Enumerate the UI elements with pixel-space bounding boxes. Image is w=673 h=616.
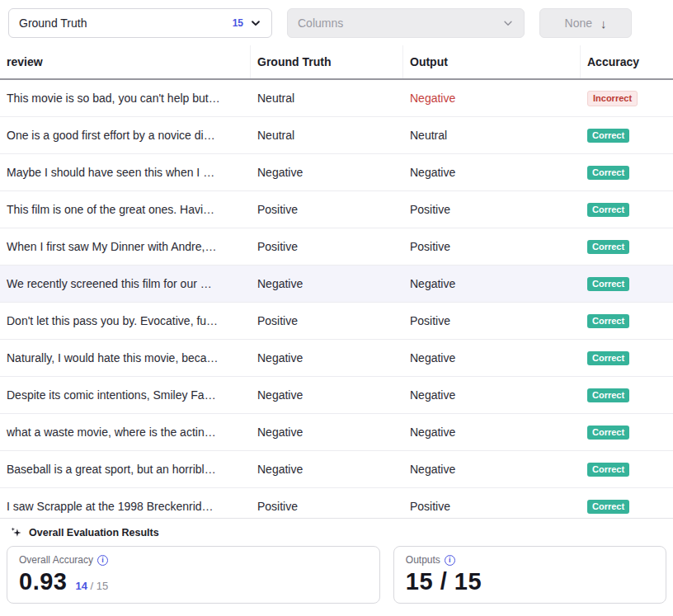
toolbar: Ground Truth 15 Columns None ↓ [0, 0, 673, 45]
ground-truth-cell: Negative [251, 351, 403, 364]
accuracy-cell: Correct [581, 128, 673, 143]
review-cell: Maybe I should have seen this when I … [0, 166, 251, 179]
output-cell: Negative [403, 92, 581, 105]
review-cell: Naturally, I would hate this movie, beca… [0, 351, 251, 364]
accuracy-badge: Correct [587, 426, 629, 440]
output-cell: Positive [403, 500, 581, 513]
overall-accuracy-fraction: 14 / 15 [75, 580, 108, 592]
outputs-value: 15 / 15 [406, 568, 482, 595]
footer-title-row: Overall Evaluation Results [0, 519, 673, 544]
ground-truth-cell: Positive [251, 203, 403, 216]
table-row[interactable]: Baseball is a great sport, but an horrib… [0, 451, 673, 488]
column-header-output[interactable]: Output [403, 45, 581, 78]
ground-truth-cell: Neutral [251, 129, 403, 142]
output-cell: Neutral [403, 129, 581, 142]
accuracy-badge: Correct [587, 351, 629, 365]
accuracy-cell: Correct [581, 462, 673, 477]
accuracy-cell: Incorrect [581, 91, 673, 106]
ground-truth-cell: Negative [251, 426, 403, 439]
output-cell: Negative [403, 351, 581, 364]
accuracy-denominator: / 15 [91, 580, 109, 592]
table-row[interactable]: Naturally, I would hate this movie, beca… [0, 340, 673, 377]
accuracy-badge: Correct [587, 463, 629, 477]
table-row[interactable]: Don't let this pass you by. Evocative, f… [0, 303, 673, 340]
accuracy-cell: Correct [581, 388, 673, 402]
arrow-down-icon: ↓ [600, 16, 607, 31]
info-icon[interactable]: i [445, 555, 455, 566]
ground-truth-cell: Negative [251, 166, 403, 179]
table-header-row: review Ground Truth Output Accuracy [0, 45, 673, 80]
summary-cards: Overall Accuracy i 0.93 14 / 15 Outputs … [0, 544, 673, 610]
review-cell: Despite its comic intentions, Smiley Fa… [0, 388, 251, 402]
table-row[interactable]: what a waste movie, where is the actin… … [0, 414, 673, 451]
accuracy-badge: Correct [587, 277, 629, 291]
overall-accuracy-card: Overall Accuracy i 0.93 14 / 15 [7, 546, 380, 604]
output-cell: Negative [403, 463, 581, 476]
overall-accuracy-value: 0.93 [19, 568, 67, 595]
output-cell: Negative [403, 277, 581, 290]
table-row[interactable]: One is a good first effort by a novice d… [0, 117, 673, 154]
chevron-down-icon [502, 17, 514, 29]
accuracy-badge: Correct [587, 166, 629, 180]
sort-button-label: None [565, 16, 592, 30]
review-cell: One is a good first effort by a novice d… [0, 129, 251, 142]
results-table: review Ground Truth Output Accuracy This… [0, 45, 673, 518]
review-cell: This film is one of the great ones. Havi… [0, 203, 251, 216]
accuracy-badge: Correct [587, 388, 629, 402]
ground-truth-dropdown[interactable]: Ground Truth 15 [8, 8, 272, 38]
outputs-label: Outputs [406, 554, 440, 566]
outputs-card: Outputs i 15 / 15 [393, 546, 666, 604]
table-row[interactable]: This film is one of the great ones. Havi… [0, 191, 673, 228]
table-row[interactable]: Despite its comic intentions, Smiley Fa…… [0, 377, 673, 414]
ground-truth-cell: Positive [251, 240, 403, 253]
overall-accuracy-label: Overall Accuracy [19, 554, 93, 566]
accuracy-badge: Incorrect [587, 91, 638, 106]
review-cell: We recently screened this film for our … [0, 277, 251, 290]
accuracy-cell: Correct [581, 202, 673, 217]
output-cell: Positive [403, 240, 581, 253]
accuracy-badge: Correct [587, 314, 629, 328]
accuracy-cell: Correct [581, 313, 673, 328]
accuracy-badge: Correct [587, 240, 629, 254]
accuracy-numerator: 14 [75, 580, 87, 592]
column-header-ground-truth[interactable]: Ground Truth [251, 45, 403, 78]
review-cell: Baseball is a great sport, but an horrib… [0, 463, 251, 476]
review-cell: This movie is so bad, you can't help but… [0, 92, 251, 105]
output-cell: Positive [403, 314, 581, 327]
table-row[interactable]: When I first saw My Dinner with Andre,… … [0, 228, 673, 266]
ground-truth-cell: Positive [251, 500, 403, 513]
table-row[interactable]: We recently screened this film for our …… [0, 266, 673, 303]
ground-truth-dropdown-label: Ground Truth [19, 16, 87, 30]
review-cell: I saw Scrapple at the 1998 Breckenrid… [0, 500, 251, 513]
columns-dropdown[interactable]: Columns [287, 8, 525, 38]
accuracy-cell: Correct [581, 276, 673, 291]
info-icon[interactable]: i [97, 555, 108, 566]
output-cell: Negative [403, 426, 581, 439]
column-header-accuracy[interactable]: Accuracy [581, 45, 673, 78]
accuracy-cell: Correct [581, 239, 673, 254]
columns-dropdown-label: Columns [298, 16, 343, 30]
accuracy-cell: Correct [581, 165, 673, 180]
ground-truth-cell: Negative [251, 277, 403, 290]
output-cell: Negative [403, 388, 581, 402]
table-row[interactable]: This movie is so bad, you can't help but… [0, 80, 673, 117]
sort-button[interactable]: None ↓ [539, 8, 632, 38]
accuracy-cell: Correct [581, 499, 673, 514]
table-row[interactable]: Maybe I should have seen this when I … N… [0, 154, 673, 191]
accuracy-badge: Correct [587, 500, 629, 514]
ground-truth-cell: Negative [251, 388, 403, 402]
sparkles-icon [10, 526, 22, 538]
footer-title: Overall Evaluation Results [29, 527, 159, 538]
table-body: This movie is so bad, you can't help but… [0, 80, 673, 518]
overall-evaluation-footer: Overall Evaluation Results Overall Accur… [0, 518, 673, 610]
accuracy-cell: Correct [581, 350, 673, 365]
ground-truth-count-badge: 15 [233, 17, 250, 29]
accuracy-badge: Correct [587, 203, 629, 217]
review-cell: what a waste movie, where is the actin… [0, 426, 251, 439]
table-row[interactable]: I saw Scrapple at the 1998 Breckenrid… P… [0, 488, 673, 518]
output-cell: Negative [403, 166, 581, 179]
chevron-down-icon [250, 17, 261, 29]
column-header-review[interactable]: review [0, 45, 251, 78]
accuracy-cell: Correct [581, 425, 673, 440]
review-cell: When I first saw My Dinner with Andre,… [0, 240, 251, 253]
